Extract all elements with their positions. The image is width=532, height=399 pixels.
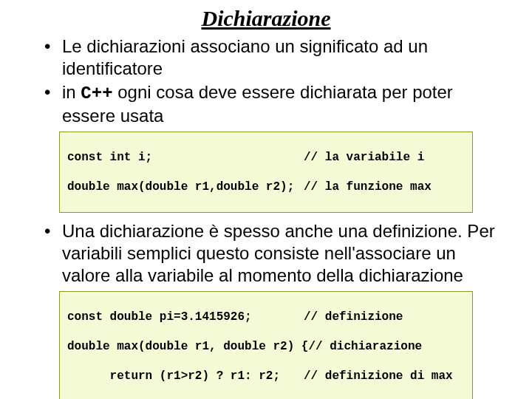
code-line-left: const double pi=3.1415926; bbox=[67, 310, 304, 324]
slide-title: Dichiarazione bbox=[30, 6, 502, 31]
bullet-list: Una dichiarazione è spesso anche una def… bbox=[30, 220, 502, 287]
code-block-2: const double pi=3.1415926;// definizione… bbox=[59, 291, 473, 399]
code-line-comment: // la variabile i bbox=[304, 150, 465, 165]
code-line-comment: // la funzione max bbox=[304, 180, 465, 194]
code-line-comment: // dichiarazione bbox=[308, 339, 465, 354]
bullet-text-pre: in bbox=[62, 82, 81, 102]
code-line-left: const int i; bbox=[67, 150, 304, 165]
code-line-left: double max(double r1,double r2); bbox=[67, 180, 304, 194]
bullet-item: Le dichiarazioni associano un significat… bbox=[44, 35, 502, 80]
bullet-text-post: ogni cosa deve essere dichiarata per pot… bbox=[62, 82, 453, 126]
code-line-comment: // definizione di max bbox=[304, 369, 465, 383]
keyword-cpp: C++ bbox=[81, 83, 112, 103]
code-block-1: const int i;// la variabile i double max… bbox=[59, 132, 473, 213]
bullet-item: Una dichiarazione è spesso anche una def… bbox=[44, 220, 502, 287]
code-line-left: double max(double r1, double r2) { bbox=[67, 339, 308, 354]
code-line-left: return (r1>r2) ? r1: r2; bbox=[67, 369, 304, 383]
code-line-comment: // definizione bbox=[304, 310, 465, 324]
bullet-item: in C++ ogni cosa deve essere dichiarata … bbox=[44, 81, 502, 127]
bullet-list: Le dichiarazioni associano un significat… bbox=[30, 35, 502, 127]
